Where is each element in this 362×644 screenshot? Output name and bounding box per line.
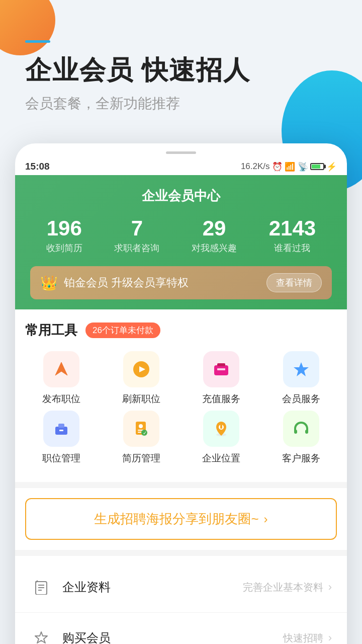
stat-label-views: 谁看过我 <box>269 242 316 254</box>
resume-manage-label: 简历管理 <box>122 452 160 465</box>
battery-icon <box>310 163 324 170</box>
company-info-arrow: › <box>328 581 332 594</box>
tools-header: 常用工具 26个订单未付款 <box>25 321 337 339</box>
customer-service-label: 客户服务 <box>282 452 320 465</box>
tool-recharge[interactable]: 充值服务 <box>185 351 257 406</box>
stat-consult: 7 求职者咨询 <box>114 217 159 254</box>
stat-number-resumes: 196 <box>46 217 82 240</box>
stat-number-views: 2143 <box>269 217 316 240</box>
publish-job-label: 发布职位 <box>42 392 80 406</box>
svg-rect-8 <box>58 424 64 428</box>
member-header: 企业会员中心 196 收到简历 7 求职者咨询 29 对我感兴趣 2143 谁看… <box>15 175 347 309</box>
svg-rect-9 <box>59 430 63 431</box>
status-bar: 15:08 16.2K/s ⏰ 📶 📡 ⚡ <box>15 158 347 175</box>
tool-member-service[interactable]: 会员服务 <box>265 351 337 406</box>
buy-member-sub: 快速招聘 <box>283 631 323 644</box>
battery-fill <box>312 165 320 169</box>
unpaid-orders-badge: 26个订单未付款 <box>85 323 160 338</box>
publish-job-icon <box>43 351 79 387</box>
customer-service-icon <box>283 411 319 447</box>
svg-marker-6 <box>294 362 309 376</box>
svg-rect-18 <box>220 425 222 429</box>
stat-number-consult: 7 <box>114 217 159 240</box>
header-area: 企业会员 快速招人 会员套餐，全新功能推荐 <box>0 0 362 133</box>
tool-resume-manage[interactable]: ✓ 简历管理 <box>105 411 177 465</box>
page-title: 企业会员 快速招人 <box>25 53 337 88</box>
phone-indicator <box>166 151 196 154</box>
menu-item-buy-member[interactable]: 购买会员 快速招聘 › <box>15 613 347 644</box>
svg-rect-4 <box>217 363 225 366</box>
recharge-label: 充值服务 <box>202 392 240 406</box>
job-manage-icon <box>43 411 79 447</box>
section-divider-2 <box>15 550 347 556</box>
page-subtitle: 会员套餐，全新功能推荐 <box>25 94 337 113</box>
recharge-icon <box>203 351 239 387</box>
section-divider <box>15 482 347 488</box>
tools-grid-row1: 发布职位 刷新职位 充 <box>25 351 337 406</box>
vip-banner[interactable]: 👑 铂金会员 升级会员享特权 查看详情 <box>30 266 332 299</box>
battery-tip <box>324 165 326 169</box>
company-info-icon <box>30 576 52 598</box>
stat-number-interested: 29 <box>192 217 237 240</box>
buy-member-label: 购买会员 <box>62 630 283 644</box>
stat-views: 2143 谁看过我 <box>269 217 316 254</box>
poster-text: 生成招聘海报分享到朋友圈~ <box>94 510 258 528</box>
tools-section: 常用工具 26个订单未付款 发布职位 刷新职位 <box>15 309 347 482</box>
crown-icon: 👑 <box>40 275 58 291</box>
refresh-job-label: 刷新职位 <box>122 392 160 406</box>
svg-marker-25 <box>35 632 47 643</box>
member-center-title: 企业会员中心 <box>30 187 332 205</box>
job-manage-label: 职位管理 <box>42 452 80 465</box>
tool-company-location[interactable]: 企业位置 <box>185 411 257 465</box>
company-location-label: 企业位置 <box>202 452 240 465</box>
svg-text:✓: ✓ <box>143 430 147 436</box>
stat-label-interested: 对我感兴趣 <box>192 242 237 254</box>
poster-button[interactable]: 生成招聘海报分享到朋友圈~ › <box>25 498 337 540</box>
stats-row: 196 收到简历 7 求职者咨询 29 对我感兴趣 2143 谁看过我 <box>30 217 332 254</box>
company-info-label: 企业资料 <box>62 579 243 595</box>
tools-title: 常用工具 <box>25 321 77 339</box>
buy-member-arrow: › <box>328 631 332 644</box>
status-speed: 16.2K/s <box>241 162 270 172</box>
status-right: 16.2K/s ⏰ 📶 📡 ⚡ <box>241 162 337 172</box>
phone-mockup: 15:08 16.2K/s ⏰ 📶 📡 ⚡ 企业会员中心 196 收到简历 7 … <box>15 143 347 644</box>
vip-left: 👑 铂金会员 升级会员享特权 <box>40 275 189 291</box>
svg-point-11 <box>139 424 143 428</box>
stat-resumes: 196 收到简历 <box>46 217 82 254</box>
tool-customer-service[interactable]: 客户服务 <box>265 411 337 465</box>
poster-arrow: › <box>264 512 268 526</box>
tools-grid-row2: 职位管理 ✓ 简历管理 <box>25 411 337 465</box>
tool-publish-job[interactable]: 发布职位 <box>25 351 97 406</box>
menu-list: 企业资料 完善企业基本资料 › 购买会员 快速招聘 › <box>15 562 347 644</box>
member-service-icon <box>283 351 319 387</box>
svg-rect-5 <box>217 368 225 370</box>
svg-rect-19 <box>294 430 297 434</box>
poster-banner: 生成招聘海报分享到朋友圈~ › <box>15 488 347 550</box>
company-info-sub: 完善企业基本资料 <box>243 581 323 594</box>
vip-details-button[interactable]: 查看详情 <box>266 273 322 292</box>
resume-manage-icon: ✓ <box>123 411 159 447</box>
status-icons: ⏰ 📶 📡 <box>272 162 308 172</box>
stat-label-resumes: 收到简历 <box>46 242 82 254</box>
phone-top-bar <box>15 151 347 154</box>
tool-job-manage[interactable]: 职位管理 <box>25 411 97 465</box>
svg-rect-20 <box>305 430 308 434</box>
accent-line <box>25 40 50 43</box>
stat-interested: 29 对我感兴趣 <box>192 217 237 254</box>
buy-member-icon <box>30 627 52 644</box>
company-location-icon <box>203 411 239 447</box>
refresh-job-icon <box>123 351 159 387</box>
status-time: 15:08 <box>25 161 50 172</box>
menu-item-company-info[interactable]: 企业资料 完善企业基本资料 › <box>15 562 347 613</box>
member-service-label: 会员服务 <box>282 392 320 406</box>
svg-marker-0 <box>55 362 67 375</box>
svg-rect-13 <box>138 432 142 433</box>
vip-text: 铂金会员 升级会员享特权 <box>64 275 189 290</box>
stat-label-consult: 求职者咨询 <box>114 242 159 254</box>
battery-percent: ⚡ <box>326 162 337 172</box>
tool-refresh-job[interactable]: 刷新职位 <box>105 351 177 406</box>
